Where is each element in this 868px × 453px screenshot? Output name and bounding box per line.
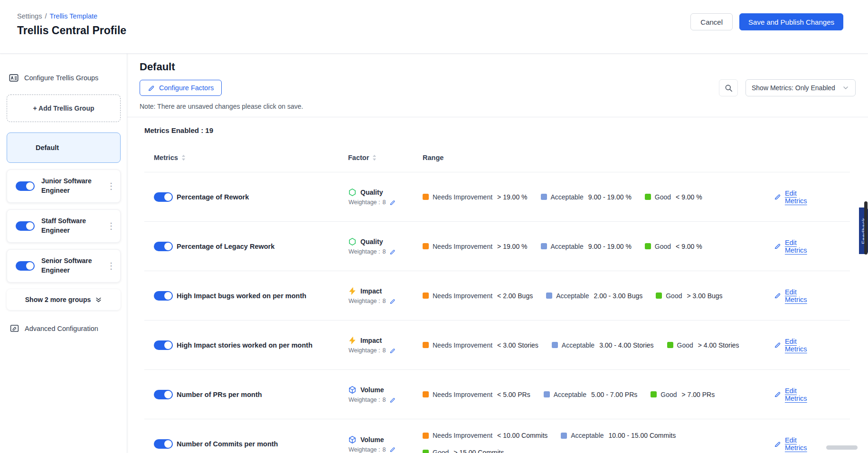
range-label: Good — [666, 292, 682, 300]
range-value: < 9.00 % — [676, 243, 702, 250]
range-needs-improvement: Needs Improvement < 2.00 Bugs — [423, 292, 533, 300]
range-value: > 7.00 PRs — [682, 391, 715, 398]
range-value: > 3.00 Bugs — [687, 292, 722, 300]
factor-name: Impact — [360, 337, 382, 344]
factor-cell: Impact Weightage : 8 — [348, 287, 423, 304]
search-icon — [724, 84, 733, 93]
range-good: Good > 3.00 Bugs — [656, 292, 722, 300]
range-color-swatch — [423, 194, 429, 200]
range-label: Needs Improvement — [433, 432, 492, 439]
metric-toggle[interactable] — [154, 439, 173, 449]
group-toggle[interactable] — [16, 221, 35, 231]
range-value: 9.00 - 19.00 % — [588, 243, 632, 250]
metric-toggle[interactable] — [154, 192, 173, 202]
metric-toggle[interactable] — [154, 390, 173, 399]
metrics-table: Metrics Enabled : 19 Metrics Factor Rang… — [127, 117, 868, 453]
factor-name: Quality — [360, 189, 383, 196]
range-good: Good > 7.00 PRs — [651, 391, 715, 398]
show-more-groups-button[interactable]: Show 2 more groups — [7, 289, 121, 310]
edit-metrics-button[interactable]: Edit Metrics — [774, 189, 821, 205]
sort-icon[interactable] — [372, 154, 377, 161]
weightage-label: Weightage : — [349, 347, 380, 354]
range-value: > 19.00 % — [497, 193, 527, 201]
metric-toggle[interactable] — [154, 340, 173, 350]
range-value: < 5.00 PRs — [497, 391, 530, 398]
kebab-menu-icon[interactable]: ⋮ — [107, 262, 115, 270]
edit-metrics-button[interactable]: Edit Metrics — [774, 436, 821, 452]
range-label: Acceptable — [556, 292, 589, 300]
weightage-value: 8 — [382, 396, 386, 403]
range-label: Needs Improvement — [433, 193, 492, 201]
column-header-metrics[interactable]: Metrics — [154, 154, 348, 161]
range-good: Good > 4.00 Stories — [667, 341, 739, 349]
group-toggle[interactable] — [16, 261, 35, 271]
edit-metrics-button[interactable]: Edit Metrics — [774, 239, 821, 254]
group-card-senior-software-engineer[interactable]: Senior Software Engineer ⋮ — [7, 249, 121, 283]
group-name: Default — [36, 144, 59, 151]
edit-metrics-button[interactable]: Edit Metrics — [774, 288, 821, 303]
vertical-scrollbar-thumb[interactable] — [864, 201, 868, 255]
range-color-swatch — [561, 433, 567, 439]
weightage-label: Weightage : — [349, 199, 380, 206]
advanced-configuration-label: Advanced Configuration — [25, 325, 98, 332]
range-value: 2.00 - 3.00 Bugs — [594, 292, 642, 300]
edit-weightage-icon[interactable] — [389, 397, 396, 403]
range-label: Needs Improvement — [433, 391, 492, 398]
edit-metrics-label: Edit Metrics — [785, 239, 821, 254]
group-toggle[interactable] — [16, 181, 35, 191]
range-color-swatch — [423, 391, 429, 397]
metric-toggle[interactable] — [154, 242, 173, 251]
sort-icon[interactable] — [181, 154, 186, 161]
breadcrumb-settings[interactable]: Settings — [17, 12, 42, 20]
group-card-junior-software-engineer[interactable]: Junior Software Engineer ⋮ — [7, 170, 121, 203]
range-needs-improvement: Needs Improvement > 19.00 % — [423, 243, 528, 250]
range-cell: Needs Improvement < 3.00 Stories Accepta… — [423, 341, 774, 349]
configure-factors-button[interactable]: Configure Factors — [140, 80, 222, 96]
search-button[interactable] — [719, 79, 738, 96]
advanced-configuration-icon — [9, 323, 19, 333]
horizontal-scrollbar-thumb[interactable] — [826, 445, 858, 450]
group-card-staff-software-engineer[interactable]: Staff Software Engineer ⋮ — [7, 209, 121, 243]
range-color-swatch — [423, 433, 429, 439]
range-cell: Needs Improvement < 2.00 Bugs Acceptable… — [423, 292, 774, 300]
impact-lightning-icon — [348, 287, 357, 295]
double-chevron-down-icon — [95, 296, 102, 303]
edit-weightage-icon[interactable] — [389, 298, 396, 304]
edit-metrics-label: Edit Metrics — [785, 189, 821, 205]
weightage-value: 8 — [382, 347, 386, 354]
show-metrics-filter-dropdown[interactable]: Show Metrics: Only Enabled — [745, 79, 856, 96]
breadcrumb-trellis-template[interactable]: Trellis Template — [49, 12, 97, 20]
quality-hexagon-icon — [348, 237, 357, 246]
kebab-menu-icon[interactable]: ⋮ — [107, 222, 115, 230]
metric-toggle[interactable] — [154, 291, 173, 301]
range-color-swatch — [423, 450, 429, 453]
pencil-icon — [148, 85, 155, 92]
save-and-publish-button[interactable]: Save and Publish Changes — [739, 13, 843, 30]
edit-metrics-button[interactable]: Edit Metrics — [774, 338, 821, 353]
pencil-icon — [774, 341, 781, 349]
group-card-default[interactable]: Default — [7, 132, 121, 163]
range-acceptable: Acceptable 2.00 - 3.00 Bugs — [546, 292, 642, 300]
metrics-enabled-count: Metrics Enabled : 19 — [144, 117, 850, 143]
edit-weightage-icon[interactable] — [389, 249, 396, 255]
kebab-menu-icon[interactable]: ⋮ — [107, 182, 115, 190]
edit-metrics-button[interactable]: Edit Metrics — [774, 387, 821, 402]
range-acceptable: Acceptable 9.00 - 19.00 % — [541, 243, 632, 250]
range-cell: Needs Improvement < 10.00 Commits Accept… — [423, 432, 774, 453]
advanced-configuration-link[interactable]: Advanced Configuration — [7, 323, 120, 333]
group-name: Senior Software Engineer — [41, 256, 100, 275]
range-value: < 9.00 % — [676, 193, 702, 201]
column-header-factor[interactable]: Factor — [348, 154, 423, 161]
content-header: Default Configure Factors Show Metrics: … — [127, 54, 868, 117]
range-value: > 15.00 Commits — [453, 449, 504, 453]
edit-weightage-icon[interactable] — [389, 199, 396, 206]
range-label: Good — [655, 243, 671, 250]
edit-weightage-icon[interactable] — [389, 446, 396, 453]
range-label: Good — [433, 449, 449, 453]
metric-name: Percentage of Legacy Rework — [177, 243, 348, 250]
edit-weightage-icon[interactable] — [389, 348, 396, 354]
add-trellis-group-button[interactable]: + Add Trellis Group — [7, 94, 121, 122]
cancel-button[interactable]: Cancel — [690, 13, 733, 30]
range-label: Good — [660, 391, 677, 398]
weightage-value: 8 — [382, 248, 386, 255]
